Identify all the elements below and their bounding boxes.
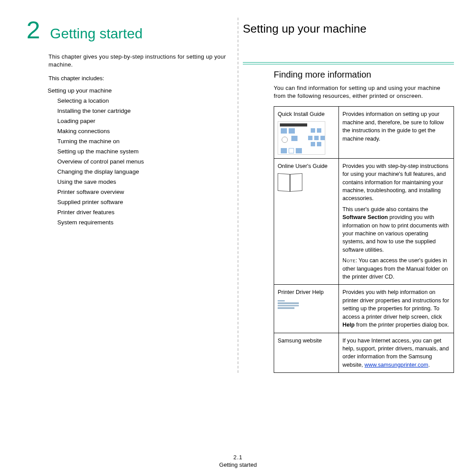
toc-item: Installing the toner cartridge	[57, 106, 229, 116]
section-rule	[243, 62, 454, 64]
resource-label: Online User's Guide	[278, 162, 335, 170]
help-dialog-icon	[278, 300, 304, 309]
text: This user's guide also contains the	[342, 206, 428, 212]
chapter-intro: This chapter gives you step-by-step inst…	[48, 53, 229, 69]
resource-label: Samsung website	[278, 338, 322, 344]
chapter-includes: This chapter includes:	[48, 75, 229, 82]
resource-desc-cell: Provides you with help information on pr…	[339, 285, 454, 333]
quick-install-guide-icon	[278, 121, 325, 155]
note-text: : You can access the user's guides in ot…	[342, 257, 448, 280]
toc-item: System requirements	[57, 218, 229, 228]
bold-text: Software Section	[342, 214, 388, 220]
resource-label-cell: Printer Driver Help	[274, 285, 339, 333]
resource-label: Printer Driver Help	[278, 288, 335, 296]
two-column-layout: 2 Getting started This chapter gives you…	[13, 18, 463, 373]
page-footer: 2.1 Getting started	[0, 454, 476, 468]
resource-desc-cell: Provides you with step-by-step instructi…	[339, 158, 454, 285]
resource-label-cell: Quick Install Guide	[274, 107, 339, 158]
resource-desc: Provides information on setting up your …	[342, 111, 444, 141]
samsung-website-link[interactable]: www.samsungprinter.com	[364, 362, 428, 368]
toc: Setting up your machine Selecting a loca…	[48, 86, 229, 227]
note-label: Note	[342, 257, 356, 264]
subsection-title: Finding more information	[274, 70, 454, 80]
resources-table: Quick Install Guide	[274, 106, 454, 373]
resource-note: Note: You can access the user's guides i…	[342, 257, 450, 281]
resource-label: Quick Install Guide	[278, 110, 335, 118]
resource-label-cell: Samsung website	[274, 333, 339, 373]
chapter-title: Getting started	[50, 26, 143, 42]
chapter-header: 2 Getting started	[18, 18, 229, 42]
resource-desc-cell: If you have Internet access, you can get…	[339, 333, 454, 373]
resource-desc: Provides you with step-by-step instructi…	[342, 162, 450, 203]
page-number: 2.1	[0, 454, 476, 461]
bold-text: Help	[342, 322, 355, 328]
section-body: Finding more information You can find in…	[243, 70, 454, 373]
toc-item: Overview of control panel menus	[57, 157, 229, 167]
footer-section: Getting started	[0, 461, 476, 468]
toc-item: Printer driver features	[57, 208, 229, 218]
subsection-lead: You can find information for setting up …	[274, 84, 454, 100]
section-title: Setting up your machine	[243, 22, 454, 36]
toc-item: Loading paper	[57, 116, 229, 126]
toc-item: Printer software overview	[57, 187, 229, 197]
toc-item: Using the save modes	[57, 177, 229, 187]
toc-item: Supplied printer software	[57, 197, 229, 208]
chapter-number: 2	[26, 18, 40, 42]
page: 2 Getting started This chapter gives you…	[0, 0, 476, 476]
toc-item: Selecting a location	[57, 96, 229, 106]
toc-root: Setting up your machine	[48, 86, 229, 96]
toc-item: Setting up the machine system	[57, 147, 229, 157]
table-row: Samsung website If you have Internet acc…	[274, 333, 454, 373]
spacer	[243, 49, 454, 62]
resource-desc: This user's guide also contains the Soft…	[342, 205, 450, 254]
resource-desc-cell: Provides information on setting up your …	[339, 107, 454, 158]
text: .	[428, 362, 430, 368]
table-row: Printer Driver Help Provides you with he…	[274, 285, 454, 333]
left-column: 2 Getting started This chapter gives you…	[13, 18, 238, 373]
toc-item: Changing the display language	[57, 167, 229, 177]
right-column: Setting up your machine Finding more inf…	[238, 18, 463, 373]
text: Provides you with help information on pr…	[342, 289, 449, 320]
toc-item: Making connections	[57, 126, 229, 137]
table-row: Quick Install Guide	[274, 107, 454, 158]
toc-item: Turning the machine on	[57, 137, 229, 147]
table-row: Online User's Guide Provides you with st…	[274, 158, 454, 285]
text: from the printer properties dialog box.	[355, 322, 449, 328]
book-icon	[278, 174, 302, 191]
resource-label-cell: Online User's Guide	[274, 158, 339, 285]
